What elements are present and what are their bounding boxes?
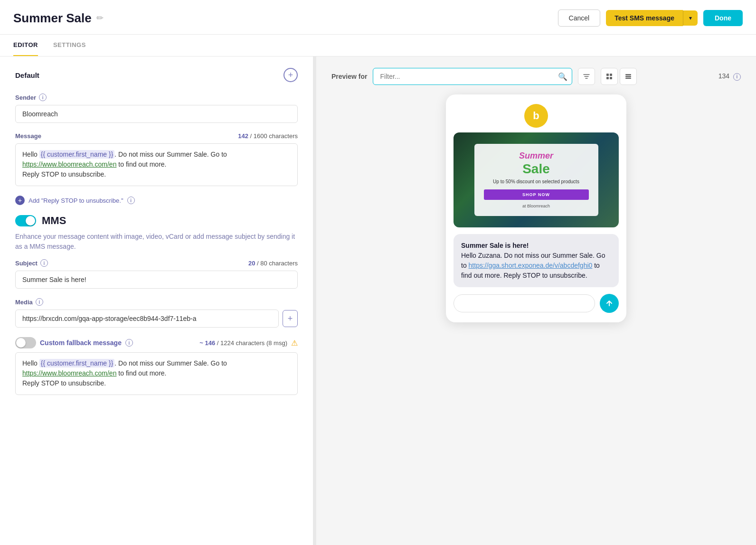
sale-bold-text: Sale xyxy=(484,162,589,176)
cancel-button[interactable]: Cancel xyxy=(558,9,601,27)
phone-sender: b xyxy=(446,94,626,132)
message-label: Message xyxy=(15,132,41,140)
phone-message-input[interactable] xyxy=(454,294,595,312)
tab-editor[interactable]: EDITOR xyxy=(13,35,38,56)
warning-icon: ⚠ xyxy=(291,338,298,348)
phone-input-area xyxy=(454,294,619,313)
grid-icon xyxy=(605,73,613,80)
test-sms-dropdown-button[interactable]: ▾ xyxy=(683,10,698,26)
tab-bar: EDITOR SETTINGS xyxy=(0,35,756,56)
app-header: Summer Sale ✏ Cancel Test SMS message ▾ … xyxy=(0,0,756,35)
svg-rect-2 xyxy=(606,77,609,79)
list-icon xyxy=(624,73,632,80)
svg-rect-6 xyxy=(625,78,631,79)
count-info-icon[interactable]: i xyxy=(733,73,741,81)
done-button[interactable]: Done xyxy=(703,10,743,26)
phone-area: b Summer Sale Up to 50% discount on sele… xyxy=(331,94,741,322)
sender-input[interactable] xyxy=(15,105,298,123)
main-content: Default + Sender i Message 142 / 16 xyxy=(0,56,756,545)
media-info-icon[interactable]: i xyxy=(36,298,43,306)
sender-avatar: b xyxy=(524,104,548,128)
custom-fallback-toggle[interactable] xyxy=(15,337,36,348)
mms-toggle[interactable] xyxy=(15,215,36,226)
subject-input[interactable] xyxy=(15,271,298,289)
bloomreach-label: at Bloomreach xyxy=(484,204,589,208)
sender-field-group: Sender i xyxy=(15,94,298,123)
toggle-knob xyxy=(26,216,35,226)
mms-label: MMS xyxy=(42,215,66,227)
add-variant-button[interactable]: + xyxy=(284,68,298,82)
mms-section: MMS Enhance your message content with im… xyxy=(15,215,298,328)
media-input-row: + xyxy=(15,310,298,328)
message-field-group: Message 142 / 1600 characters Hello {{ c… xyxy=(15,132,298,186)
view-icons xyxy=(601,68,637,85)
tab-settings[interactable]: SETTINGS xyxy=(53,35,86,56)
sale-cursive-text: Summer xyxy=(484,151,589,161)
message-textarea[interactable]: Hello {{ customer.first_name }}. Do not … xyxy=(15,143,298,186)
custom-fallback-label: Custom fallback message xyxy=(40,339,122,347)
media-input[interactable] xyxy=(15,310,279,328)
sender-label: Sender i xyxy=(15,94,298,101)
media-field-group: Media i + xyxy=(15,298,298,328)
header-left: Summer Sale ✏ xyxy=(13,11,104,26)
search-icon: 🔍 xyxy=(558,72,567,81)
subject-char-count: 20 / 80 characters xyxy=(248,260,298,267)
header-right: Cancel Test SMS message ▾ Done xyxy=(558,9,743,27)
message-char-count: 142 / 1600 characters xyxy=(238,132,298,140)
media-add-button[interactable]: + xyxy=(283,310,298,327)
mms-image: Summer Sale Up to 50% discount on select… xyxy=(454,132,619,227)
svg-rect-3 xyxy=(610,77,612,79)
custom-fallback-textarea[interactable]: Hello {{ customer.first_name }}. Do not … xyxy=(15,352,298,395)
bubble-link[interactable]: https://gga.short.exponea.de/v/abcdefghi… xyxy=(469,262,593,269)
message-label-row: Message 142 / 1600 characters xyxy=(15,132,298,140)
custom-fallback-info-icon[interactable]: i xyxy=(125,339,133,347)
shop-now-button[interactable]: SHOP NOW xyxy=(484,189,589,200)
send-button[interactable] xyxy=(600,294,619,313)
phone-mockup: b Summer Sale Up to 50% discount on sele… xyxy=(446,94,626,322)
custom-fallback-header: Custom fallback message i ~ 146 / 1224 c… xyxy=(15,337,298,348)
media-label: Media i xyxy=(15,298,298,306)
subject-label: Subject i xyxy=(15,259,48,267)
test-sms-button-group: Test SMS message ▾ xyxy=(606,10,698,26)
svg-rect-4 xyxy=(625,74,631,75)
test-sms-button[interactable]: Test SMS message xyxy=(606,10,683,26)
preview-count: 134 i xyxy=(718,72,741,81)
filter-button[interactable] xyxy=(578,68,595,85)
svg-rect-0 xyxy=(606,74,609,76)
svg-rect-5 xyxy=(625,76,631,77)
filter-icon xyxy=(583,73,590,80)
subject-info-icon[interactable]: i xyxy=(40,259,48,267)
list-view-button[interactable] xyxy=(620,68,637,85)
filter-input-wrap: 🔍 xyxy=(373,68,572,85)
grid-view-button[interactable] xyxy=(601,68,618,85)
send-icon xyxy=(605,299,614,308)
custom-fallback-char-count: ~ 146 / 1224 characters (8 msg) xyxy=(199,339,287,347)
editor-panel: Default + Sender i Message 142 / 16 xyxy=(0,56,313,545)
default-label: Default xyxy=(15,71,39,79)
subject-field-group: Subject i 20 / 80 characters xyxy=(15,259,298,289)
preview-panel: Preview for 🔍 xyxy=(316,56,756,545)
bubble-subject: Summer Sale is here! xyxy=(461,242,529,249)
default-bar: Default + xyxy=(15,68,298,82)
preview-label: Preview for xyxy=(331,73,367,80)
custom-fallback-group: Custom fallback message i ~ 146 / 1224 c… xyxy=(15,337,298,395)
reply-stop-info-icon[interactable]: i xyxy=(127,197,135,204)
sender-info-icon[interactable]: i xyxy=(39,94,47,101)
edit-icon[interactable]: ✏ xyxy=(96,13,104,23)
filter-input[interactable] xyxy=(373,68,572,85)
preview-header: Preview for 🔍 xyxy=(331,68,741,85)
sms-bubble: Summer Sale is here! Hello Zuzana. Do no… xyxy=(454,234,619,287)
toggle-off-knob xyxy=(16,338,26,348)
plus-circle-icon: + xyxy=(15,196,25,205)
svg-rect-1 xyxy=(610,74,612,76)
add-reply-stop-button[interactable]: + Add "Reply STOP to unsubscribe." i xyxy=(15,196,298,205)
mms-header: MMS xyxy=(15,215,298,227)
mms-description: Enhance your message content with image,… xyxy=(15,232,298,252)
page-title: Summer Sale xyxy=(13,11,92,26)
mms-image-inner: Summer Sale Up to 50% discount on select… xyxy=(474,144,598,216)
sale-subtitle: Up to 50% discount on selected products xyxy=(484,179,589,185)
subject-label-row: Subject i 20 / 80 characters xyxy=(15,259,298,267)
